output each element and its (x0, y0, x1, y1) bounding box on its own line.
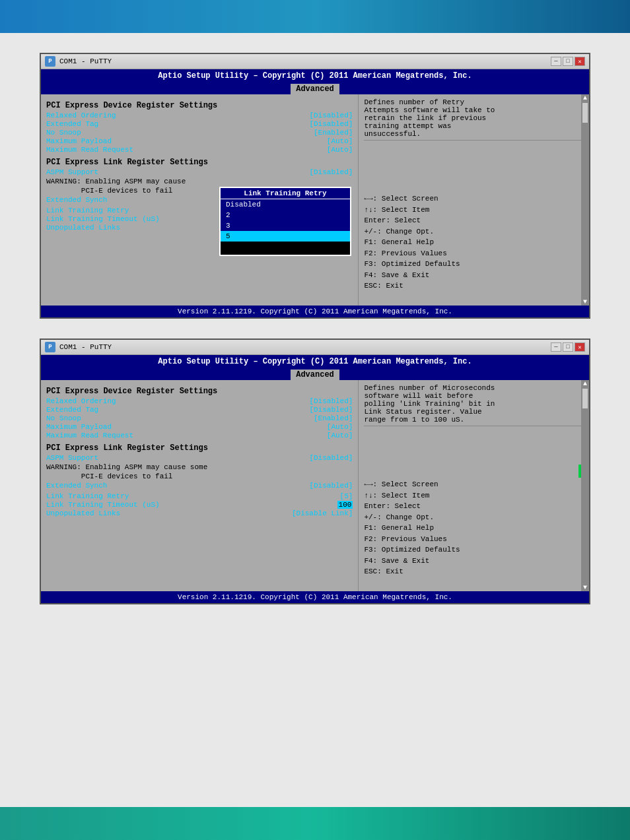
value-aspm-1: [Disabled] (309, 168, 353, 176)
key-f1-2: F1: General Help (364, 523, 584, 534)
scroll-up-2[interactable]: ▲ (581, 380, 589, 387)
value-extended-synch-2: [Disabled] (309, 482, 353, 490)
bios-footer-2: Version 2.11.1219. Copyright (C) 2011 Am… (41, 591, 589, 603)
title-left-2: P COM1 - PuTTY (45, 342, 112, 352)
bios-body-1: Aptio Setup Utility – Copyright (C) 2011… (41, 69, 589, 317)
scroll-down-1[interactable]: ▼ (581, 298, 589, 306)
dropdown-item-5[interactable]: 5 (221, 231, 350, 242)
label-extended-tag-1: Extended Tag (46, 120, 98, 128)
minimize-btn-1[interactable]: ─ (551, 57, 561, 66)
putty-window-1: P COM1 - PuTTY ─ □ ✕ Aptio Setup Utility… (40, 53, 590, 319)
scrollbar-2[interactable]: ▲ ▼ (581, 380, 589, 591)
scrollbar-thumb-2[interactable] (582, 389, 588, 408)
bios-tab-row-2: Advanced (41, 368, 589, 380)
row-relaxed-ordering-1: Relaxed Ordering [Disabled] (46, 112, 353, 119)
top-decorative-bar (0, 0, 630, 33)
titlebar-2: P COM1 - PuTTY ─ □ ✕ (41, 340, 589, 355)
section-title-link-1: PCI Express Link Register Settings (46, 158, 353, 167)
row-max-read-2: Maximum Read Request [Auto] (46, 432, 353, 439)
right-line-1-5: unsuccessful. (364, 130, 584, 138)
right-line-2-2: software will wait before (364, 392, 584, 400)
scroll-track-1 (581, 124, 589, 298)
label-unpopulated-links-2: Unpopulated Links (46, 509, 120, 517)
bios-main-2: PCI Express Device Register Settings Rel… (41, 380, 589, 591)
bios-right-panel-1: Defines number of Retry Attempts softwar… (359, 94, 589, 306)
label-extended-synch-1: Extended Synch (46, 196, 107, 204)
scroll-down-2[interactable]: ▼ (581, 584, 589, 591)
bios-tab-advanced-1[interactable]: Advanced (291, 84, 339, 94)
right-line-2-1: Defines number of Microseconds (364, 384, 584, 392)
row-aspm-2: ASPM Support [Disabled] (46, 454, 353, 462)
row-link-training-retry-2: Link Training Retry [5] (46, 492, 353, 500)
bios-main-1: PCI Express Device Register Settings Rel… (41, 94, 589, 306)
value-link-training-timeout-2[interactable]: 100 (337, 501, 353, 509)
row-max-payload-1: Maximum Payload [Auto] (46, 137, 353, 145)
key-f3-1: F3: Optimized Defaults (364, 259, 584, 270)
label-aspm-1: ASPM Support (46, 168, 98, 176)
key-f1-1: F1: General Help (364, 237, 584, 248)
right-divider-1 (364, 140, 584, 141)
value-link-training-retry-2: [5] (340, 492, 353, 500)
close-btn-1[interactable]: ✕ (575, 57, 585, 66)
close-btn-2[interactable]: ✕ (575, 342, 585, 352)
right-line-1-1: Defines number of Retry (364, 98, 584, 106)
value-max-read-2: [Auto] (327, 432, 353, 439)
label-max-read-2: Maximum Read Request (46, 432, 133, 439)
section-title-device-1: PCI Express Device Register Settings (46, 101, 353, 110)
main-content: P COM1 - PuTTY ─ □ ✕ Aptio Setup Utility… (0, 33, 630, 624)
value-relaxed-ordering-1: [Disabled] (309, 112, 353, 119)
minimize-btn-2[interactable]: ─ (551, 342, 561, 352)
row-relaxed-ordering-2: Relaxed Ordering [Disabled] (46, 397, 353, 405)
bios-footer-1: Version 2.11.1219. Copyright (C) 2011 Am… (41, 306, 589, 317)
window-title-2: COM1 - PuTTY (59, 343, 112, 351)
bottom-decorative-bar (0, 807, 630, 840)
key-f4-1: F4: Save & Exit (364, 270, 584, 281)
label-relaxed-ordering-1: Relaxed Ordering (46, 112, 116, 119)
value-unpopulated-links-2: [Disable Link] (292, 509, 353, 517)
row-unpopulated-links-2: Unpopulated Links [Disable Link] (46, 509, 353, 517)
warning-aspm-2: WARNING: Enabling ASPM may cause some (46, 463, 353, 471)
label-max-payload-2: Maximum Payload (46, 423, 112, 431)
key-esc-2: ESC: Exit (364, 566, 584, 577)
right-line-2-3: polling 'Link Training' bit in (364, 400, 584, 408)
row-extended-tag-2: Extended Tag [Disabled] (46, 406, 353, 414)
scroll-up-1[interactable]: ▲ (581, 94, 589, 102)
warning-aspm-2b: PCI-E devices to fail (46, 472, 353, 480)
row-max-payload-2: Maximum Payload [Auto] (46, 423, 353, 431)
link-training-dropdown[interactable]: Link Training Retry Disabled 2 3 5 (219, 187, 351, 256)
scrollbar-1[interactable]: ▲ ▼ (581, 94, 589, 306)
maximize-btn-1[interactable]: □ (563, 57, 573, 66)
key-select-item-2: ↑↓: Select Item (364, 490, 584, 501)
value-relaxed-ordering-2: [Disabled] (309, 397, 353, 405)
key-esc-1: ESC: Exit (364, 280, 584, 292)
dropdown-item-2[interactable]: 2 (221, 210, 350, 220)
label-extended-tag-2: Extended Tag (46, 406, 98, 414)
label-max-read-1: Maximum Read Request (46, 146, 133, 154)
key-enter-1: Enter: Select (364, 215, 584, 226)
value-no-snoop-2: [Enabled] (314, 414, 353, 422)
window-controls-1: ─ □ ✕ (551, 57, 585, 66)
value-aspm-2: [Disabled] (309, 454, 353, 462)
bios-tab-advanced-2[interactable]: Advanced (291, 370, 339, 380)
warning-aspm-1: WARNING: Enabling ASPM may cause (46, 178, 353, 185)
bios-tab-row-1: Advanced (41, 82, 589, 94)
dropdown-item-3[interactable]: 3 (221, 220, 350, 231)
label-extended-synch-2: Extended Synch (46, 482, 107, 490)
key-f2-2: F2: Previous Values (364, 534, 584, 545)
row-aspm-1: ASPM Support [Disabled] (46, 168, 353, 176)
row-extended-tag-1: Extended Tag [Disabled] (46, 120, 353, 128)
right-line-1-2: Attempts software will take to (364, 106, 584, 114)
section-title-device-2: PCI Express Device Register Settings (46, 387, 353, 396)
value-extended-tag-2: [Disabled] (309, 406, 353, 414)
scrollbar-thumb-1[interactable] (582, 103, 588, 123)
label-link-training-retry-1: Link Training Retry (46, 207, 129, 214)
key-f4-2: F4: Save & Exit (364, 556, 584, 567)
label-aspm-2: ASPM Support (46, 454, 98, 462)
key-change-2: +/-: Change Opt. (364, 512, 584, 523)
bios-header-2: Aptio Setup Utility – Copyright (C) 2011… (41, 355, 589, 368)
dropdown-item-disabled[interactable]: Disabled (221, 199, 350, 210)
maximize-btn-2[interactable]: □ (563, 342, 573, 352)
right-line-1-3: retrain the link if previous (364, 114, 584, 122)
section-title-link-2: PCI Express Link Register Settings (46, 443, 353, 453)
dropdown-title: Link Training Retry (221, 188, 350, 199)
